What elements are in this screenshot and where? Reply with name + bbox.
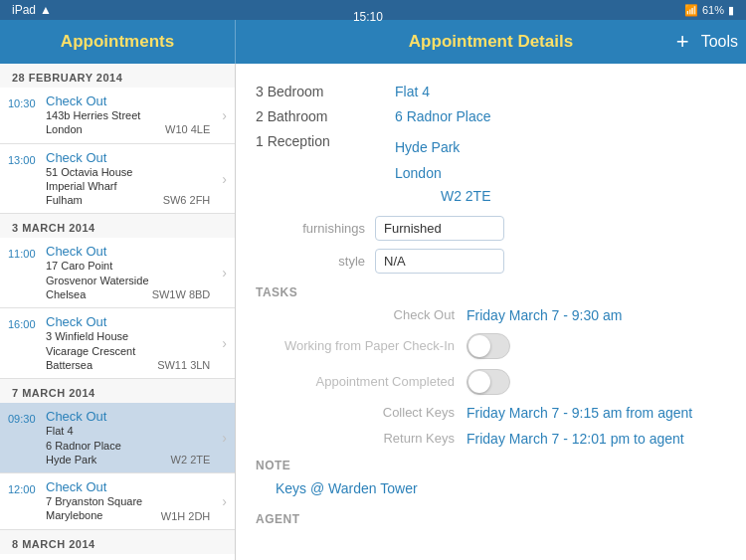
chevron-right-icon: › bbox=[214, 403, 235, 472]
appt-title: Check Out bbox=[46, 479, 210, 494]
reception-count: 1 Reception bbox=[256, 129, 375, 154]
note-section-header: NOTE bbox=[256, 459, 726, 472]
return-keys-row: Return Keys Friday March 7 - 12:01 pm to… bbox=[256, 431, 726, 447]
appt-postcode: SW11 3LN bbox=[157, 359, 210, 371]
status-bar: iPad ▲ 15:10 📶 61% ▮ bbox=[0, 0, 746, 20]
working-from-paper-label: Working from Paper Check-In bbox=[256, 338, 455, 353]
collect-keys-row: Collect Keys Friday March 7 - 9:15 am fr… bbox=[256, 405, 726, 421]
chevron-right-icon: › bbox=[214, 308, 235, 378]
postcode: W2 2TE bbox=[395, 188, 491, 204]
return-keys-value: Friday March 7 - 12:01 pm to agent bbox=[466, 431, 684, 447]
appt-subtitle: 7 Bryanston Square bbox=[46, 494, 210, 508]
appt-postcode: W10 4LE bbox=[165, 123, 210, 135]
furnishings-row: furnishings Furnished bbox=[256, 216, 726, 241]
style-row: style N/A bbox=[256, 249, 726, 274]
appt-subtitle: Flat 4 bbox=[46, 424, 210, 438]
appt-time: 10:30 bbox=[0, 88, 42, 143]
working-from-paper-toggle[interactable] bbox=[466, 333, 510, 359]
appointment-item-selected[interactable]: 09:30 Check Out Flat 4 6 Radnor Place Hy… bbox=[0, 403, 235, 473]
appt-area: Marylebone bbox=[46, 508, 102, 522]
chevron-right-icon: › bbox=[214, 473, 235, 529]
appt-subtitle2: Imperial Wharf bbox=[46, 179, 210, 193]
appointment-item[interactable]: 13:00 Check Out 51 Octavia House Imperia… bbox=[0, 144, 235, 215]
appt-completed-label: Appointment Completed bbox=[256, 374, 455, 389]
appt-postcode: SW1W 8BD bbox=[152, 288, 211, 300]
sidebar: 28 FEBRUARY 2014 10:30 Check Out 143b He… bbox=[0, 64, 236, 560]
bluetooth-icon: 📶 bbox=[684, 4, 698, 17]
status-time: 15:10 bbox=[353, 10, 383, 24]
nav-bar: Appointments Appointment Details + Tools bbox=[0, 20, 746, 64]
wifi-icon: ▲ bbox=[40, 3, 52, 17]
agent-section-header: AGENT bbox=[256, 512, 726, 526]
appt-area: London bbox=[46, 122, 83, 136]
appt-area: Hyde Park bbox=[46, 453, 96, 467]
tasks-section-header: TASKS bbox=[256, 285, 726, 299]
appt-content: Check Out 17 Caro Point Grosvenor Waters… bbox=[42, 238, 214, 307]
appt-time: 12:00 bbox=[0, 554, 42, 560]
furnishings-value[interactable]: Furnished bbox=[375, 216, 504, 241]
appt-time: 12:00 bbox=[0, 473, 42, 529]
chevron-right-icon: › bbox=[214, 238, 235, 307]
appt-subtitle: 143b Herries Street bbox=[46, 108, 210, 122]
collect-keys-value: Friday March 7 - 9:15 am from agent bbox=[466, 405, 692, 421]
main-layout: 28 FEBRUARY 2014 10:30 Check Out 143b He… bbox=[0, 64, 746, 560]
return-keys-label: Return Keys bbox=[256, 431, 455, 446]
appt-postcode: W2 2TE bbox=[171, 454, 211, 466]
property-header: 3 Bedroom 2 Bathroom 1 Reception Flat 4 … bbox=[256, 80, 726, 204]
battery-level: 61% bbox=[702, 4, 724, 16]
flat-name: Flat 4 bbox=[395, 80, 491, 104]
add-button[interactable]: + bbox=[676, 31, 689, 53]
checkout-label: Check Out bbox=[256, 307, 455, 322]
chevron-right-icon: › bbox=[214, 554, 235, 560]
appointments-nav-title: Appointments bbox=[61, 32, 174, 52]
checkout-value: Friday March 7 - 9:30 am bbox=[466, 307, 622, 323]
appt-content: Check Out 51 Octavia House Imperial Whar… bbox=[42, 144, 214, 214]
date-header-mar8: 8 MARCH 2014 bbox=[0, 530, 235, 554]
appt-title: Check Out bbox=[46, 244, 210, 259]
property-address: Flat 4 6 Radnor Place Hyde Park London W… bbox=[395, 80, 491, 204]
appt-area: Battersea bbox=[46, 358, 93, 372]
tools-button[interactable]: Tools bbox=[701, 33, 738, 51]
appt-postcode: W1H 2DH bbox=[161, 510, 211, 522]
furnishings-label: furnishings bbox=[256, 221, 365, 236]
appt-title: Check Out bbox=[46, 93, 210, 108]
appt-time: 16:00 bbox=[0, 308, 42, 378]
note-value: Keys @ Warden Tower bbox=[276, 480, 726, 496]
appt-content: Check Out Flat 4 6 Radnor Place Hyde Par… bbox=[42, 403, 214, 472]
appt-title: Check Out bbox=[46, 409, 210, 424]
bedroom-count: 3 Bedroom bbox=[256, 80, 375, 104]
style-label: style bbox=[256, 254, 365, 269]
appt-completed-toggle[interactable] bbox=[466, 369, 510, 395]
appt-subtitle: 3 Winfield House bbox=[46, 329, 210, 343]
detail-nav-title: Appointment Details bbox=[409, 32, 573, 52]
appt-content: Check Out 3 Winfield House Vicarage Cres… bbox=[42, 308, 214, 378]
appointment-item[interactable]: 10:30 Check Out 143b Herries Street Lond… bbox=[0, 88, 235, 144]
city-name: London bbox=[395, 161, 491, 186]
appt-content: Check Out 143b Herries Street London W10… bbox=[42, 88, 214, 143]
working-from-paper-row: Working from Paper Check-In bbox=[256, 333, 726, 359]
bathroom-count: 2 Bathroom bbox=[256, 104, 375, 129]
appt-area: Chelsea bbox=[46, 287, 86, 301]
appointment-item[interactable]: 16:00 Check Out 3 Winfield House Vicarag… bbox=[0, 308, 235, 379]
date-header-mar7: 7 MARCH 2014 bbox=[0, 379, 235, 403]
appt-time: 11:00 bbox=[0, 238, 42, 307]
appt-subtitle2: Vicarage Crescent bbox=[46, 344, 210, 358]
appointment-item[interactable]: 12:00 Check Out 2 The Shrubbery 2 Lavend… bbox=[0, 554, 235, 560]
appt-subtitle: 51 Octavia House bbox=[46, 165, 210, 179]
appt-content: Check Out 2 The Shrubbery 2 Lavender Gar… bbox=[42, 554, 214, 560]
style-value[interactable]: N/A bbox=[375, 249, 504, 274]
appt-subtitle2: 6 Radnor Place bbox=[46, 439, 210, 453]
appt-time: 09:30 bbox=[0, 403, 42, 472]
appt-subtitle: 17 Caro Point bbox=[46, 259, 210, 273]
appt-time: 13:00 bbox=[0, 144, 42, 214]
appointment-item[interactable]: 11:00 Check Out 17 Caro Point Grosvenor … bbox=[0, 238, 235, 308]
appt-area: Fulham bbox=[46, 193, 83, 207]
chevron-right-icon: › bbox=[214, 144, 235, 214]
property-rooms: 3 Bedroom 2 Bathroom 1 Reception bbox=[256, 80, 375, 204]
appointment-item[interactable]: 12:00 Check Out 7 Bryanston Square Maryl… bbox=[0, 473, 235, 530]
appt-subtitle2: Grosvenor Waterside bbox=[46, 274, 210, 287]
date-header-mar3: 3 MARCH 2014 bbox=[0, 214, 235, 238]
appt-title: Check Out bbox=[46, 150, 210, 165]
street-name: 6 Radnor Place bbox=[395, 104, 491, 129]
checkout-task-row: Check Out Friday March 7 - 9:30 am bbox=[256, 307, 726, 323]
